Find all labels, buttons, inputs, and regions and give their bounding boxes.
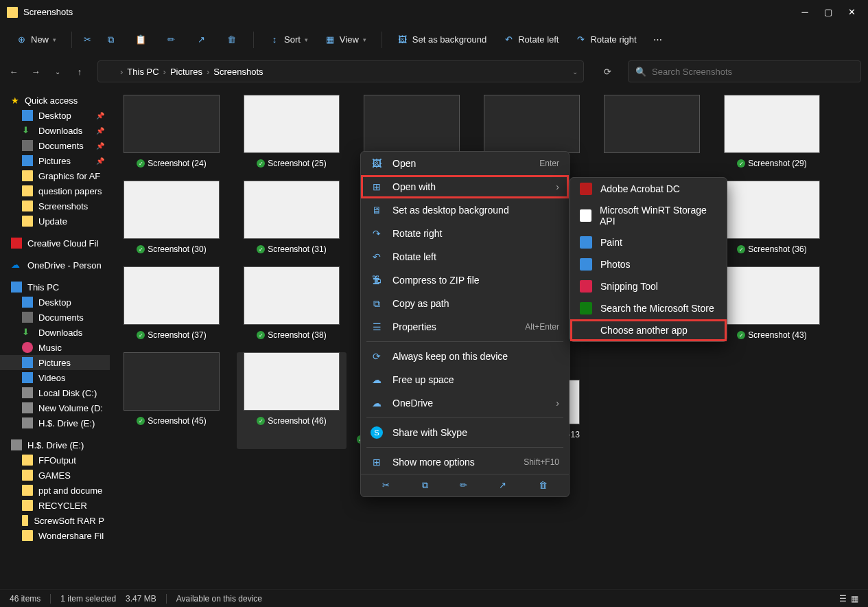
- back-button[interactable]: ←: [7, 65, 21, 78]
- more-button[interactable]: ⋯: [648, 32, 668, 47]
- close-button[interactable]: ✕: [847, 8, 856, 16]
- thumbnails-view-icon[interactable]: ▦: [851, 594, 858, 604]
- breadcrumb-item[interactable]: This PC: [124, 67, 161, 77]
- cut-icon[interactable]: ✂: [82, 34, 93, 45]
- submenu-adobe[interactable]: Adobe Acrobat DC: [570, 178, 727, 200]
- sidebar-pc-drive-e[interactable]: H.$. Drive (E:): [0, 415, 110, 431]
- details-view-icon[interactable]: ☰: [839, 594, 847, 604]
- maximize-button[interactable]: ▢: [824, 8, 832, 16]
- breadcrumb-chevron[interactable]: ⌄: [572, 68, 578, 76]
- sidebar-quick-access[interactable]: ★Quick access: [0, 93, 110, 108]
- delete-icon[interactable]: 🗑: [226, 34, 237, 45]
- ctx-compress[interactable]: 🗜Compress to ZIP file: [361, 268, 569, 292]
- ctx-share-icon[interactable]: ↗: [499, 480, 506, 491]
- sidebar-pc-pictures[interactable]: Pictures: [0, 355, 110, 370]
- refresh-button[interactable]: ⟳: [600, 65, 614, 78]
- sidebar-pc-desktop[interactable]: Desktop: [0, 295, 110, 310]
- sidebar-onedrive[interactable]: ☁OneDrive - Person: [0, 257, 110, 273]
- file-item[interactable]: ✓Screenshot (43): [717, 266, 827, 340]
- copy-icon[interactable]: ⧉: [105, 34, 116, 45]
- ctx-delete-icon[interactable]: 🗑: [539, 480, 548, 491]
- sidebar-pc-new-vol-d[interactable]: New Volume (D:: [0, 400, 110, 415]
- breadcrumb-item[interactable]: Screenshots: [211, 67, 266, 77]
- sidebar-item-desktop[interactable]: Desktop📌: [0, 108, 110, 123]
- sidebar-item-question-papers[interactable]: question papers: [0, 183, 110, 198]
- ctx-rename-icon[interactable]: ✏: [460, 480, 467, 491]
- sidebar-pc-music[interactable]: Music: [0, 340, 110, 355]
- ctx-show-more[interactable]: ⊞Show more optionsShift+F10: [361, 450, 569, 474]
- sidebar-ppt[interactable]: ppt and docume: [0, 483, 110, 498]
- breadcrumb-item[interactable]: Pictures: [167, 67, 205, 77]
- sidebar-item-graphics[interactable]: Graphics for AF: [0, 168, 110, 183]
- file-item[interactable]: ✓Screenshot (46): [237, 352, 347, 449]
- sidebar-pc-downloads[interactable]: ⬇Downloads: [0, 325, 110, 340]
- sidebar-creative-cloud[interactable]: Creative Cloud Fil: [0, 236, 110, 251]
- ctx-skype[interactable]: SShare with Skype: [361, 421, 569, 444]
- ctx-cut-icon[interactable]: ✂: [382, 480, 390, 491]
- sidebar-drive-e[interactable]: H.$. Drive (E:): [0, 437, 110, 453]
- recent-dropdown[interactable]: ⌄: [51, 65, 64, 78]
- file-item[interactable]: ✓Screenshot (24): [117, 95, 226, 168]
- file-item[interactable]: ✓Screenshot (45): [117, 352, 226, 449]
- submenu-snip[interactable]: Snipping Tool: [570, 275, 727, 297]
- file-item[interactable]: ✓Screenshot (30): [117, 181, 226, 254]
- new-icon: ⊕: [16, 34, 27, 45]
- ctx-always-keep[interactable]: ⟳Always keep on this device: [361, 345, 569, 368]
- ctx-open[interactable]: 🖼OpenEnter: [361, 152, 569, 175]
- sidebar-screwsoft[interactable]: ScrewSoft RAR P: [0, 513, 110, 528]
- rotate-left-button[interactable]: ↶Rotate left: [497, 32, 564, 48]
- file-item[interactable]: ✓Screenshot (29): [717, 95, 827, 168]
- submenu-photos[interactable]: Photos: [570, 253, 727, 275]
- sidebar-games[interactable]: GAMES: [0, 468, 110, 483]
- sidebar-item-documents[interactable]: Documents📌: [0, 138, 110, 153]
- sidebar-pc-local-c[interactable]: Local Disk (C:): [0, 385, 110, 400]
- file-item[interactable]: ✓Screenshot (36): [717, 181, 827, 254]
- up-button[interactable]: ↑: [73, 65, 86, 78]
- statusbar: 46 items 1 item selected 3.47 MB Availab…: [0, 589, 868, 607]
- sidebar-item-downloads[interactable]: ⬇Downloads📌: [0, 123, 110, 138]
- sidebar-item-screenshots[interactable]: Screenshots: [0, 198, 110, 214]
- submenu-store[interactable]: Search the Microsoft Store: [570, 297, 727, 319]
- ctx-properties[interactable]: ☰PropertiesAlt+Enter: [361, 315, 569, 339]
- forward-button[interactable]: →: [29, 65, 43, 78]
- set-background-button[interactable]: 🖼Set as background: [392, 32, 492, 48]
- file-item[interactable]: [597, 95, 707, 168]
- sidebar-item-pictures[interactable]: Pictures📌: [0, 153, 110, 168]
- context-menu: 🖼OpenEnter ⊞Open with› 🖥Set as desktop b…: [360, 151, 570, 497]
- ctx-onedrive[interactable]: ☁OneDrive›: [361, 391, 569, 415]
- properties-icon: ☰: [371, 321, 383, 333]
- sidebar-item-update[interactable]: Update: [0, 214, 110, 229]
- sort-button[interactable]: ↕Sort▾: [263, 32, 314, 48]
- ctx-rotate-left[interactable]: ↶Rotate left: [361, 245, 569, 268]
- ctx-free-space[interactable]: ☁Free up space: [361, 368, 569, 391]
- sidebar-wondershare[interactable]: Wondershare Fil: [0, 528, 110, 543]
- search-box[interactable]: 🔍: [628, 60, 861, 82]
- photos-icon: [580, 258, 592, 271]
- sidebar-pc-documents[interactable]: Documents: [0, 310, 110, 325]
- file-item[interactable]: ✓Screenshot (38): [237, 266, 347, 340]
- sidebar-ffoutput[interactable]: FFOutput: [0, 453, 110, 468]
- share-icon[interactable]: ↗: [196, 34, 207, 45]
- sidebar-pc-videos[interactable]: Videos: [0, 370, 110, 385]
- submenu-paint[interactable]: Paint: [570, 231, 727, 253]
- ctx-set-desktop-bg[interactable]: 🖥Set as desktop background: [361, 198, 569, 222]
- ctx-rotate-right[interactable]: ↷Rotate right: [361, 222, 569, 245]
- file-item[interactable]: ✓Screenshot (31): [237, 181, 347, 254]
- new-button[interactable]: ⊕New▾: [10, 32, 62, 48]
- submenu-choose-another[interactable]: Choose another app: [570, 319, 727, 341]
- ctx-open-with[interactable]: ⊞Open with›: [361, 175, 569, 198]
- rename-icon[interactable]: ✏: [165, 34, 176, 45]
- ctx-copy-icon[interactable]: ⧉: [422, 480, 428, 491]
- submenu-winrt[interactable]: Microsoft WinRT Storage API: [570, 200, 727, 231]
- breadcrumb[interactable]: › This PC › Pictures › Screenshots ⌄: [97, 60, 584, 82]
- view-button[interactable]: ▦View▾: [319, 32, 372, 48]
- sidebar-recycler[interactable]: RECYCLER: [0, 498, 110, 513]
- file-item[interactable]: ✓Screenshot (37): [117, 266, 226, 340]
- rotate-right-button[interactable]: ↷Rotate right: [570, 32, 642, 48]
- ctx-copy-path[interactable]: ⧉Copy as path: [361, 292, 569, 315]
- sidebar-this-pc[interactable]: This PC: [0, 279, 110, 295]
- search-input[interactable]: [652, 67, 854, 77]
- paste-icon[interactable]: 📋: [135, 34, 146, 45]
- minimize-button[interactable]: ─: [801, 8, 809, 16]
- file-item[interactable]: ✓Screenshot (25): [237, 95, 347, 168]
